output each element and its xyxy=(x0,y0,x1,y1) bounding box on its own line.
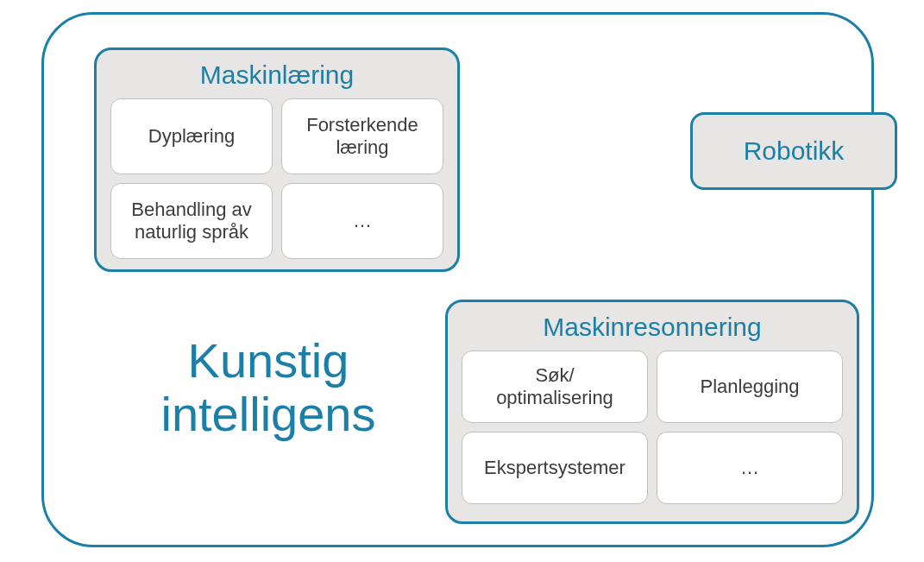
ml-cell-reinforcement-learning: Forsterkende læring xyxy=(281,98,443,174)
ml-cells: Dyplæring Forsterkende læring Behandling… xyxy=(110,98,443,259)
group-machine-learning: Maskinlæring Dyplæring Forsterkende læri… xyxy=(94,47,460,272)
ml-cell-nlp: Behandling av naturlig språk xyxy=(110,183,273,259)
ml-cell-more: … xyxy=(281,183,443,259)
robotics-box: Robotikk xyxy=(690,112,897,190)
mr-cell-search-optimization: Søk/ optimalisering xyxy=(462,350,648,423)
mr-cell-expert-systems: Ekspertsystemer xyxy=(462,432,648,504)
ai-outer-container: Kunstig intelligens Maskinlæring Dyplæri… xyxy=(41,12,874,547)
group-title-machine-learning: Maskinlæring xyxy=(110,60,443,90)
mr-cell-more: … xyxy=(657,432,843,504)
main-title: Kunstig intelligens xyxy=(113,334,424,440)
ml-cell-deep-learning: Dyplæring xyxy=(110,98,273,174)
group-machine-reasoning: Maskinresonnering Søk/ optimalisering Pl… xyxy=(445,300,859,524)
robotics-label: Robotikk xyxy=(744,136,845,166)
group-title-machine-reasoning: Maskinresonnering xyxy=(462,313,843,342)
mr-cell-planning: Planlegging xyxy=(657,350,843,423)
mr-cells: Søk/ optimalisering Planlegging Eksperts… xyxy=(462,350,843,504)
